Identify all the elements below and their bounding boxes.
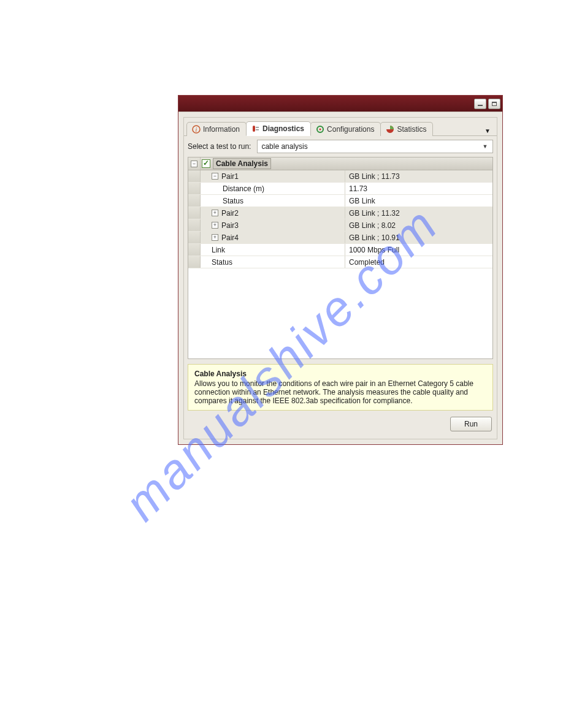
test-select-row: Select a test to run: cable analysis ▼ (188, 140, 493, 153)
tree-row-name[interactable]: +Pair4 (201, 232, 345, 243)
button-row: Run (188, 411, 493, 435)
test-select-label: Select a test to run: (188, 142, 251, 151)
tree-row-name[interactable]: +Pair3 (201, 219, 345, 231)
tree-row-value: GB Link ; 8.02 (345, 219, 492, 231)
tab-configurations[interactable]: Configurations (310, 122, 381, 136)
tab-diagnostics[interactable]: Diagnostics (246, 121, 311, 136)
expand-button[interactable]: + (212, 222, 218, 229)
tab-label: Information (203, 125, 240, 134)
row-name-text: Distance (m) (223, 184, 264, 193)
tree-gutter: − (188, 157, 201, 170)
tree-gutter (188, 170, 201, 182)
tab-content: Select a test to run: cable analysis ▼ −… (184, 136, 497, 439)
tree-row-name[interactable]: Status (201, 195, 345, 207)
row-name-text: Link (212, 246, 225, 254)
tree-gutter (188, 207, 201, 219)
run-button[interactable]: Run (450, 417, 492, 431)
tab-label: Statistics (397, 125, 426, 134)
row-name-text: Pair3 (221, 221, 239, 230)
tree-row-value: GB Link ; 10.91 (345, 232, 492, 243)
tree-row: StatusGB Link (188, 195, 492, 207)
test-select-combo[interactable]: cable analysis ▼ (257, 140, 493, 153)
minimize-button[interactable] (474, 99, 486, 109)
svg-rect-3 (256, 127, 259, 128)
tree-row-value: 11.73 (345, 183, 492, 194)
app-window: i Information Diagnostics Configurations (178, 95, 503, 445)
row-name-text: Status (223, 197, 243, 205)
tree-row: StatusCompleted (188, 256, 492, 268)
row-name-text: Pair4 (221, 233, 239, 242)
tree-gutter (188, 219, 201, 231)
maximize-icon (492, 102, 497, 106)
tree-row-value: 1000 Mbps Full (345, 244, 492, 256)
description-body: Allows you to monitor the conditions of … (194, 379, 486, 405)
tree-row: −Pair1GB Link ; 11.73 (188, 170, 492, 183)
tree-row-value: GB Link (345, 195, 492, 207)
tree-gutter (188, 244, 201, 256)
results-tree: − Cable Analysis −Pair1GB Link ; 11.73Di… (188, 157, 493, 359)
minimize-icon (478, 105, 483, 106)
tree-row: Link1000 Mbps Full (188, 244, 492, 256)
tree-row-name[interactable]: Distance (m) (201, 183, 345, 194)
tree-row-value: GB Link ; 11.73 (345, 170, 492, 182)
tree-row-name[interactable]: −Pair1 (201, 170, 345, 182)
tree-row-name[interactable]: Status (201, 256, 345, 268)
diagnostics-icon (251, 124, 260, 133)
combo-value: cable analysis (261, 142, 307, 151)
tree-row-name[interactable]: Link (201, 244, 345, 256)
tab-label: Configurations (327, 125, 374, 134)
collapse-all-button[interactable]: − (191, 161, 197, 167)
tree-gutter (188, 232, 201, 243)
check-icon (202, 159, 210, 168)
expand-button[interactable]: + (212, 210, 218, 216)
configurations-icon (316, 125, 324, 134)
svg-point-6 (320, 129, 321, 131)
svg-text:i: i (196, 126, 197, 133)
svg-rect-2 (253, 126, 255, 132)
statistics-icon (386, 125, 394, 134)
tree-gutter (188, 183, 201, 194)
chevron-down-icon: ▼ (480, 142, 490, 151)
tree-gutter (188, 256, 201, 268)
tree-row: +Pair3GB Link ; 8.02 (188, 219, 492, 232)
tab-information[interactable]: i Information (186, 122, 247, 136)
row-name-text: Status (212, 258, 232, 267)
description-title: Cable Analysis (194, 370, 486, 378)
expand-button[interactable]: + (212, 234, 218, 241)
row-name-text: Pair1 (221, 172, 239, 181)
description-panel: Cable Analysis Allows you to monitor the… (188, 364, 493, 411)
tree-header-label: Cable Analysis (213, 158, 271, 169)
tree-header: − Cable Analysis (188, 157, 492, 170)
info-icon: i (192, 125, 201, 134)
tree-row-value: Completed (345, 256, 492, 268)
tab-bar: i Information Diagnostics Configurations (184, 118, 497, 136)
tab-label: Diagnostics (262, 124, 304, 133)
inner-frame: i Information Diagnostics Configurations (183, 117, 497, 439)
svg-rect-4 (256, 129, 259, 131)
tree-row: +Pair4GB Link ; 10.91 (188, 232, 492, 244)
client-area: i Information Diagnostics Configurations (178, 112, 502, 444)
row-name-text: Pair2 (221, 209, 239, 218)
tree-row-name[interactable]: +Pair2 (201, 207, 345, 219)
tree-row: Distance (m)11.73 (188, 183, 492, 195)
tab-statistics[interactable]: Statistics (380, 122, 433, 136)
tree-gutter (188, 195, 201, 207)
tree-row: +Pair2GB Link ; 11.32 (188, 207, 492, 219)
collapse-button[interactable]: − (212, 173, 218, 180)
titlebar (178, 96, 502, 112)
chevron-down-icon: ▼ (484, 127, 491, 134)
tree-row-value: GB Link ; 11.32 (345, 207, 492, 219)
tab-overflow-button[interactable]: ▼ (481, 126, 494, 135)
maximize-button[interactable] (488, 99, 500, 109)
